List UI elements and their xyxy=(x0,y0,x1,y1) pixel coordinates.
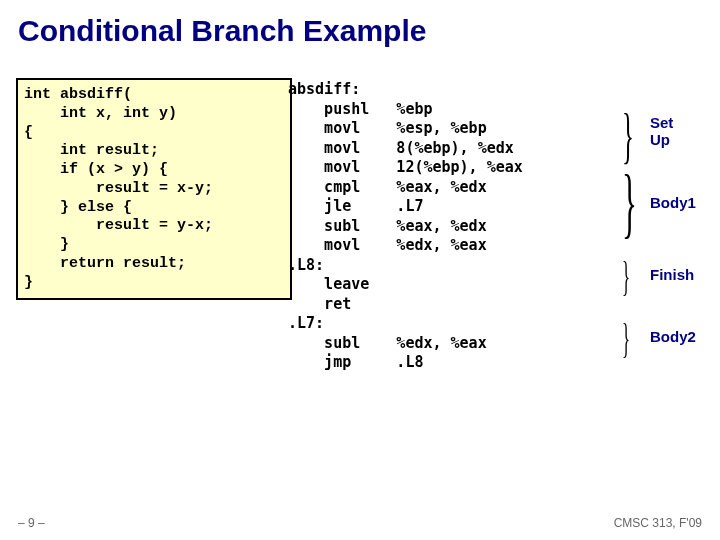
annotation-body2: Body2 xyxy=(650,328,696,345)
c-code: int absdiff( int x, int y) { int result;… xyxy=(24,86,284,292)
brace-body1: } xyxy=(622,158,637,248)
c-code-box: int absdiff( int x, int y) { int result;… xyxy=(16,78,292,300)
asm-code: absdiff: pushl %ebp movl %esp, %ebp movl… xyxy=(288,80,628,373)
annotation-setup: Set Up xyxy=(650,114,673,148)
slide-content: int absdiff( int x, int y) { int result;… xyxy=(16,78,706,458)
footer-right: CMSC 313, F'09 xyxy=(614,516,702,530)
brace-body2: } xyxy=(622,314,630,362)
annotation-finish: Finish xyxy=(650,266,694,283)
asm-block: absdiff: pushl %ebp movl %esp, %ebp movl… xyxy=(288,80,628,373)
annotation-body1: Body1 xyxy=(650,194,696,211)
footer-left: – 9 – xyxy=(18,516,45,530)
brace-finish: } xyxy=(622,252,630,300)
slide-title: Conditional Branch Example xyxy=(0,0,720,54)
